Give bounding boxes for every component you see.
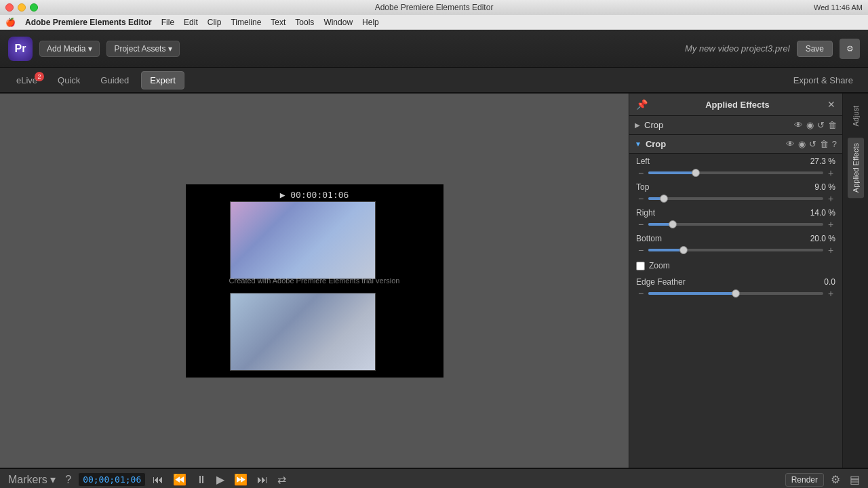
crop-trash-icon[interactable]: 🗑 <box>820 139 829 149</box>
menu-file[interactable]: File <box>161 18 174 27</box>
crop-expanded-section: ▼ Crop 👁 ◉ ↺ 🗑 ? Left 27.3 % − <box>629 135 842 306</box>
left-label: Left <box>636 157 650 166</box>
edge-feather-value: 0.0 <box>808 277 835 287</box>
zoom-row: Zoom <box>629 257 842 274</box>
play-button[interactable]: ▶ <box>214 472 227 487</box>
crop-reset-icon[interactable]: ↺ <box>817 120 825 130</box>
export-share-button[interactable]: Export & Share <box>787 72 860 89</box>
top-label: Top <box>636 182 649 192</box>
left-decrease-button[interactable]: − <box>636 167 646 178</box>
bottom-decrease-button[interactable]: − <box>636 245 646 256</box>
effects-panel: 📌 Applied Effects ✕ ▶ Crop 👁 ◉ ↺ 🗑 ▼ Cro… <box>629 94 842 468</box>
expert-button[interactable]: Expert <box>141 71 184 89</box>
menu-window[interactable]: Window <box>323 18 353 27</box>
top-decrease-button[interactable]: − <box>636 193 646 204</box>
applied-effects-tab[interactable]: Applied Effects <box>848 138 864 198</box>
left-slider-track[interactable] <box>648 171 823 174</box>
timeline-view-button[interactable]: ▤ <box>847 472 863 487</box>
maximize-button[interactable] <box>30 3 38 12</box>
crop-collapsed-label: Crop <box>644 120 790 130</box>
crop-collapsed-row[interactable]: ▶ Crop 👁 ◉ ↺ 🗑 <box>629 116 842 135</box>
edge-feather-decrease-button[interactable]: − <box>636 288 646 299</box>
panel-close-icon[interactable]: ✕ <box>827 99 835 110</box>
left-slider-fill <box>648 171 696 174</box>
step-forward-button[interactable]: ⏩ <box>231 472 250 487</box>
top-slider-track[interactable] <box>648 197 823 200</box>
add-media-button[interactable]: Add Media ▾ <box>39 41 100 57</box>
menu-tools[interactable]: Tools <box>295 18 314 27</box>
timeline-help-button[interactable]: ? <box>62 472 74 487</box>
loop-button[interactable]: ⇄ <box>275 472 289 487</box>
preview-video-top <box>230 201 376 279</box>
edge-feather-increase-button[interactable]: + <box>826 288 835 299</box>
crop-visibility-icon[interactable]: 👁 <box>794 120 803 130</box>
save-button[interactable]: Save <box>797 41 833 57</box>
timeline-toolbar: Markers ▾ ? 00;00;01;06 ⏮ ⏪ ⏸ ▶ ⏩ ⏭ ⇄ Re… <box>0 469 868 488</box>
right-slider-track[interactable] <box>648 223 823 226</box>
bottom-slider-fill <box>648 249 684 251</box>
menu-help[interactable]: Help <box>362 18 379 27</box>
bottom-slider-thumb[interactable] <box>679 246 688 254</box>
zoom-checkbox[interactable] <box>636 262 645 270</box>
edge-feather-slider-fill <box>648 292 736 295</box>
timeline: Markers ▾ ? 00;00;01;06 ⏮ ⏪ ⏸ ▶ ⏩ ⏭ ⇄ Re… <box>0 468 868 488</box>
mac-titlebar: Adobe Premiere Elements Editor Wed 11:46… <box>0 0 868 15</box>
apple-menu[interactable]: 🍎 <box>5 18 16 27</box>
step-back-button[interactable]: ⏪ <box>170 472 189 487</box>
bottom-slider-row: Bottom 20.0 % − + <box>629 231 842 257</box>
panel-pin-icon[interactable]: 📌 <box>636 99 648 110</box>
timeline-timecode[interactable]: 00;00;01;06 <box>78 472 146 487</box>
bottom-increase-button[interactable]: + <box>826 245 835 256</box>
elive-badge: 2 <box>35 72 44 81</box>
app-logo: Pr <box>8 37 33 61</box>
crop-eye-icon[interactable]: 👁 <box>786 139 795 149</box>
right-increase-button[interactable]: + <box>826 219 835 230</box>
crop-expanded-label: Crop <box>646 139 782 149</box>
crop-settings-icon[interactable]: ◉ <box>806 120 814 130</box>
timeline-settings-button[interactable]: ⚙ <box>828 472 843 487</box>
left-slider-thumb[interactable] <box>692 169 700 177</box>
left-value: 27.3 % <box>808 157 835 166</box>
menu-edit[interactable]: Edit <box>184 18 198 27</box>
top-increase-button[interactable]: + <box>826 193 835 204</box>
app-menu-name[interactable]: Adobe Premiere Elements Editor <box>25 18 152 27</box>
render-button[interactable]: Render <box>785 473 824 487</box>
menu-clip[interactable]: Clip <box>208 18 222 27</box>
window-title: Adobe Premiere Elements Editor <box>375 3 494 12</box>
go-to-end-button[interactable]: ⏭ <box>254 472 271 487</box>
crop-expanded-header: ▼ Crop 👁 ◉ ↺ 🗑 ? <box>629 135 842 154</box>
right-decrease-button[interactable]: − <box>636 219 646 230</box>
add-media-label: Add Media <box>47 44 85 54</box>
project-assets-button[interactable]: Project Assets ▾ <box>106 41 180 57</box>
guided-button[interactable]: Guided <box>92 72 137 89</box>
settings-icon[interactable]: ⚙ <box>840 39 860 59</box>
right-slider-thumb[interactable] <box>669 220 677 228</box>
top-slider-thumb[interactable] <box>660 195 668 203</box>
crop-refresh-icon[interactable]: ↺ <box>809 139 816 149</box>
edge-feather-slider-controls: − + <box>636 288 835 299</box>
right-label: Right <box>636 208 655 218</box>
right-sidebar: Adjust Applied Effects <box>842 94 868 468</box>
minimize-button[interactable] <box>18 3 26 12</box>
top-value: 9.0 % <box>808 182 835 192</box>
crop-help-icon[interactable]: ? <box>832 139 837 149</box>
adjust-tab[interactable]: Adjust <box>848 100 864 132</box>
edge-feather-label: Edge Feather <box>636 277 686 287</box>
go-to-start-button[interactable]: ⏮ <box>150 472 166 487</box>
menu-timeline[interactable]: Timeline <box>231 18 261 27</box>
menu-text[interactable]: Text <box>271 18 285 27</box>
play-pause-button[interactable]: ⏸ <box>193 472 210 487</box>
close-button[interactable] <box>5 3 14 12</box>
crop-dot-icon[interactable]: ◉ <box>798 139 806 149</box>
edge-feather-slider-thumb[interactable] <box>732 289 740 298</box>
crop-delete-icon[interactable]: 🗑 <box>828 120 837 130</box>
edge-feather-slider-track[interactable] <box>648 292 823 295</box>
quick-button[interactable]: Quick <box>50 72 88 89</box>
left-slider-controls: − + <box>636 167 835 178</box>
edge-feather-row: Edge Feather 0.0 − + <box>629 274 842 300</box>
nav-bar: eLive 2 Quick Guided Expert Export & Sha… <box>0 68 868 94</box>
bottom-slider-track[interactable] <box>648 249 823 251</box>
left-increase-button[interactable]: + <box>826 167 835 178</box>
markers-button[interactable]: Markers ▾ <box>5 472 58 487</box>
elive-nav-container: eLive 2 <box>8 72 45 89</box>
